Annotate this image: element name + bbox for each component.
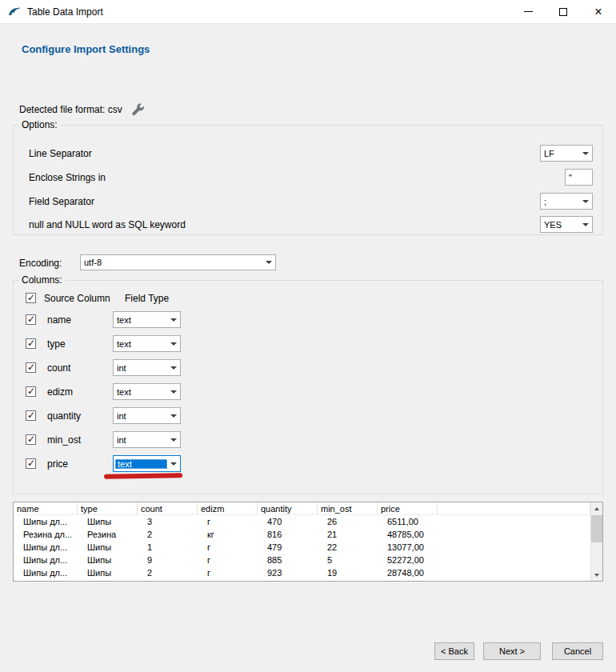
preview-cell: кг [198, 528, 258, 541]
null-keyword-select[interactable]: YES [540, 216, 593, 233]
chevron-down-icon [579, 146, 592, 161]
chevron-down-icon [167, 408, 180, 423]
preview-header-row: name type count edizm quantity min_ost p… [14, 502, 590, 515]
chevron-down-icon [167, 312, 180, 327]
preview-cell: Шипы [78, 541, 138, 554]
preview-cell: 923 [258, 566, 318, 579]
preview-cell [438, 554, 590, 566]
preview-cell: 816 [258, 528, 318, 541]
wrench-icon[interactable] [132, 103, 145, 116]
back-button[interactable]: < Back [434, 642, 474, 660]
field-type-value: text [114, 339, 167, 349]
detected-file-format: Detected file format: csv [19, 103, 145, 116]
encoding-value: utf-8 [81, 258, 262, 267]
table-row[interactable]: Резина дл... Резина 2 кг 816 21 48785,00 [14, 528, 590, 541]
cancel-button[interactable]: Cancel [552, 642, 603, 660]
columns-legend: Columns: [18, 274, 66, 286]
enclose-strings-label: Enclose Strings in [29, 172, 106, 183]
preview-cell: г [198, 566, 258, 579]
table-row[interactable]: Шипы дл... Шипы 1 г 479 22 13077,00 [14, 541, 590, 554]
column-checkbox[interactable] [26, 362, 36, 373]
column-name-label: count [47, 362, 70, 374]
preview-cell: 2 [138, 528, 198, 541]
field-type-select-name[interactable]: text [113, 311, 181, 328]
preview-cell: 6511,00 [378, 515, 438, 528]
options-group: Options: Line Separator LF Enclose Strin… [13, 125, 603, 235]
table-row[interactable]: Шипы дл... Шипы 9 г 885 5 52272,00 [14, 554, 590, 566]
line-separator-value: LF [541, 149, 579, 158]
preview-cell: 5 [318, 554, 378, 566]
column-name-label: price [47, 458, 68, 470]
vertical-scrollbar[interactable] [590, 502, 602, 581]
column-checkbox[interactable] [26, 386, 36, 397]
preview-cell: 26 [318, 515, 378, 528]
column-row-type: type text [14, 335, 602, 353]
preview-cell [438, 515, 590, 528]
column-checkbox[interactable] [26, 410, 36, 421]
line-separator-select[interactable]: LF [540, 145, 593, 162]
column-name-label: name [47, 314, 71, 326]
minimize-button[interactable] [510, 0, 546, 23]
preview-cell: 2 [138, 566, 198, 579]
next-button[interactable]: Next > [483, 642, 541, 660]
scroll-down-icon[interactable] [591, 569, 602, 581]
field-separator-select[interactable]: ; [540, 193, 593, 210]
field-type-value: int [114, 411, 167, 421]
preview-cell: Шипы [78, 554, 138, 566]
options-legend: Options: [18, 119, 61, 130]
maximize-button[interactable] [546, 0, 581, 23]
line-separator-label: Line Separator [29, 148, 92, 159]
preview-cell: Шипы [78, 566, 138, 579]
column-name-label: type [47, 338, 66, 350]
field-type-select-quantity[interactable]: int [113, 407, 181, 424]
field-type-header: Field Type [125, 293, 169, 304]
field-type-select-edizm[interactable]: text [113, 383, 181, 400]
field-type-select-count[interactable]: int [113, 359, 181, 376]
source-column-header: Source Column [44, 293, 110, 304]
scroll-up-icon[interactable] [591, 502, 602, 514]
chevron-down-icon [167, 456, 180, 471]
column-checkbox[interactable] [26, 458, 36, 469]
table-row[interactable]: Шипы дл... Шипы 3 г 470 26 6511,00 [14, 515, 590, 528]
close-icon: × [594, 6, 602, 18]
field-type-select-type[interactable]: text [113, 335, 181, 352]
preview-cell: 52272,00 [378, 554, 438, 566]
page-title: Configure Import Settings [22, 43, 150, 55]
column-row-quantity: quantity int [14, 407, 602, 425]
chevron-down-icon [579, 194, 592, 209]
preview-header-cell: name [14, 502, 78, 515]
scrollbar-thumb[interactable] [591, 515, 602, 542]
field-type-value: int [114, 435, 167, 445]
field-type-select-price[interactable]: text [113, 455, 181, 472]
preview-cell [438, 566, 590, 579]
chevron-down-icon [167, 384, 180, 399]
column-checkbox[interactable] [26, 434, 36, 445]
column-checkbox[interactable] [26, 314, 36, 325]
window-controls: × [510, 0, 616, 23]
preview-cell [438, 528, 590, 541]
column-row-name: name text [14, 311, 602, 329]
enclose-strings-input[interactable] [565, 169, 593, 186]
preview-header-cell: type [78, 502, 138, 515]
preview-cell: 13077,00 [378, 541, 438, 554]
preview-cell: г [198, 554, 258, 566]
preview-header-cell: count [138, 502, 198, 515]
field-type-value: text [114, 315, 167, 325]
preview-cell: Резина дл... [14, 528, 78, 541]
select-all-columns-checkbox[interactable] [26, 293, 36, 303]
encoding-select[interactable]: utf-8 [80, 254, 276, 270]
column-checkbox[interactable] [26, 338, 36, 349]
close-button[interactable]: × [581, 0, 616, 23]
column-row-count: count int [14, 359, 602, 377]
null-keyword-value: YES [541, 220, 579, 230]
field-type-value: text [114, 387, 167, 397]
field-type-select-min-ost[interactable]: int [113, 431, 181, 448]
preview-cell [438, 541, 590, 554]
table-row[interactable]: Шипы дл... Шипы 2 г 923 19 28748,00 [14, 566, 590, 579]
preview-cell: г [198, 541, 258, 554]
preview-cell: 19 [318, 566, 378, 579]
column-name-label: min_ost [47, 434, 81, 446]
mysql-workbench-icon [8, 6, 21, 18]
data-preview-table: name type count edizm quantity min_ost p… [13, 502, 603, 582]
preview-cell: Шипы дл... [14, 566, 78, 579]
